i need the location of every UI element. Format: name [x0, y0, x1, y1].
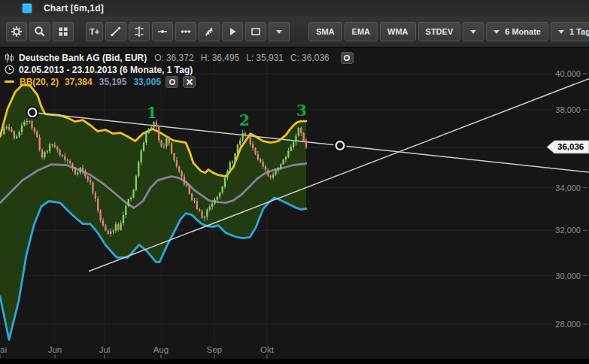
instrument-name: Deutsche Bank AG (Bid, EUR)	[19, 53, 147, 63]
dotted-line-icon[interactable]	[175, 22, 196, 41]
trendline-icon[interactable]	[105, 22, 126, 41]
quote-high: H:36,495	[201, 53, 240, 63]
gear-icon[interactable]	[6, 22, 27, 41]
indicator-row: BB(20, 2) 37,384 35,195 33,005	[5, 76, 354, 87]
indicator-visibility-button[interactable]	[165, 76, 178, 88]
text-tool-icon[interactable]: T+	[86, 22, 103, 41]
toolbar-group-view	[6, 22, 76, 41]
chart-window: 12340,00038,00034,00032,00030,00028,000M…	[0, 0, 589, 364]
window-title: Chart [6m,1d]	[44, 3, 104, 14]
quote-row: Deutsche Bank AG (Bid, EUR) O:36,372 H:3…	[5, 52, 354, 63]
rectangle-icon[interactable]	[245, 22, 266, 41]
date-range: 02.05.2013 - 23.10.2013 (6 Monate, 1 Tag…	[19, 65, 193, 75]
toolbar-group-indicators: SMAEMAWMASTDEV	[308, 22, 486, 41]
freehand-icon[interactable]	[199, 22, 220, 41]
y-axis-label: 34,000	[555, 184, 581, 193]
wave-label[interactable]: 1	[147, 104, 157, 122]
chevron-down-icon	[558, 30, 564, 34]
x-axis-label: Aug	[153, 345, 169, 354]
indicator-name: BB(20, 2)	[20, 77, 59, 87]
layout-grid-icon[interactable]	[53, 22, 74, 41]
button-6-monate[interactable]: 6 Monate	[486, 22, 548, 41]
button-wma[interactable]: WMA	[380, 22, 416, 41]
bb-upper-value: 37,384	[65, 77, 93, 87]
y-axis-label: 40,000	[555, 69, 581, 78]
last-price-tag-value: 36,036	[557, 142, 584, 151]
indicator-remove-button[interactable]	[183, 76, 196, 88]
range-row: 02.05.2013 - 23.10.2013 (6 Monate, 1 Tag…	[5, 64, 354, 75]
app-icon	[22, 3, 32, 14]
y-axis-label: 28,000	[555, 320, 581, 329]
quote-open: O:36,372	[154, 53, 193, 63]
chart-legend: Deutsche Bank AG (Bid, EUR) O:36,372 H:3…	[5, 52, 354, 88]
bottom-bar	[0, 359, 589, 364]
chevron-down-icon	[493, 30, 499, 34]
x-axis-label: Sep	[207, 345, 222, 354]
series-visibility-button[interactable]	[341, 52, 354, 64]
button-sma[interactable]: SMA	[308, 22, 342, 41]
chevron-down-icon[interactable]	[463, 22, 484, 41]
quote-close: C:36,036	[290, 53, 329, 63]
candlestick-legend-icon	[5, 53, 14, 63]
clock-icon	[5, 65, 14, 74]
search-icon[interactable]	[29, 22, 50, 41]
bb-middle-value: 35,195	[99, 77, 127, 87]
toolbar: T+SMAEMAWMASTDEV6 Monate1 TagExtras	[0, 17, 589, 48]
y-axis-label: 30,000	[555, 271, 581, 281]
x-axis-label: Jul	[99, 345, 111, 354]
button-ema[interactable]: EMA	[345, 22, 378, 41]
x-axis-label: Okt	[260, 345, 275, 354]
wave-label[interactable]: 3	[296, 102, 307, 120]
horizontal-line-icon[interactable]	[152, 22, 173, 41]
button-stdev[interactable]: STDEV	[418, 22, 461, 41]
button-1-tag[interactable]: 1 Tag	[551, 22, 589, 41]
trendline-handle[interactable]	[29, 108, 37, 117]
y-axis-label: 38,000	[555, 105, 581, 114]
bb-lower-value: 33,005	[133, 77, 161, 87]
toolbar-group-drawing: T+	[86, 22, 292, 41]
x-axis-label: Mai	[0, 345, 7, 354]
marker-icon[interactable]	[222, 22, 243, 41]
trendline-handle[interactable]	[336, 141, 345, 150]
quote-low: L:35,931	[246, 53, 284, 63]
bb-color-swatch	[5, 80, 14, 83]
wave-label[interactable]: 2	[239, 111, 250, 129]
toolbar-group-settings: 6 Monate1 TagExtras	[486, 22, 589, 41]
y-axis-label: 32,000	[555, 226, 581, 235]
title-bar: Chart [6m,1d]	[0, 0, 589, 17]
x-axis-label: Jun	[48, 345, 62, 354]
fibonacci-icon[interactable]	[129, 22, 150, 41]
chevron-down-icon[interactable]	[269, 22, 290, 41]
